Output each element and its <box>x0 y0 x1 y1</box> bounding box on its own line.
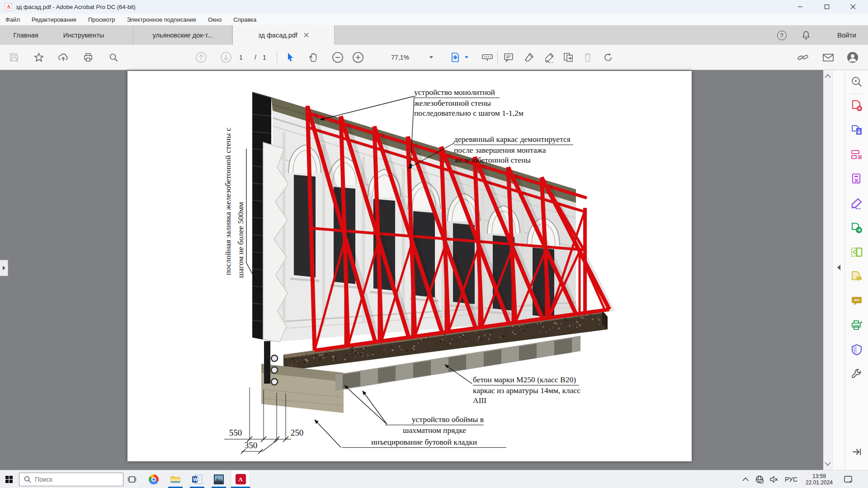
protect-button[interactable] <box>850 343 863 356</box>
tray-expand-button[interactable] <box>739 470 752 488</box>
menu-help[interactable]: Справка <box>233 16 256 23</box>
language-indicator[interactable]: РУС <box>781 470 801 488</box>
file-explorer-icon <box>170 475 180 483</box>
stamp-comment-button[interactable] <box>850 295 863 307</box>
task-view-button[interactable] <box>123 470 141 488</box>
minimize-button[interactable] <box>790 0 811 14</box>
next-page-button[interactable] <box>220 52 232 63</box>
tools-search-button[interactable] <box>850 75 863 88</box>
get-link-button[interactable] <box>797 52 809 63</box>
fit-page-dropdown[interactable] <box>464 56 469 59</box>
tab-doc-ulyanovsk[interactable]: ульяновские док-т... <box>133 25 232 45</box>
zoom-level-dropdown[interactable] <box>429 56 434 59</box>
find-button[interactable] <box>108 52 119 63</box>
acrobat-taskbar-button[interactable]: A <box>231 470 250 488</box>
page-total: 1 <box>263 54 266 61</box>
expand-tools-button[interactable] <box>850 446 863 458</box>
fit-page-button[interactable] <box>450 52 461 63</box>
favorites-button[interactable] <box>33 52 44 63</box>
chrome-taskbar-button[interactable] <box>145 470 163 488</box>
menu-window[interactable]: Окно <box>208 16 222 23</box>
tab-tools[interactable]: Инструменты <box>54 25 113 45</box>
collapse-tools-icon[interactable] <box>836 264 841 271</box>
print-production-icon <box>850 319 863 331</box>
tab-doc-facade[interactable]: зд фасад.pdf <box>232 25 335 45</box>
menu-esign[interactable]: Электронное подписание <box>127 16 196 23</box>
printer-icon <box>83 52 94 63</box>
send-mail-button[interactable] <box>822 52 834 62</box>
fill-sign-tool-button[interactable] <box>544 52 555 63</box>
notification-panel-icon <box>844 476 852 483</box>
windows-taskbar: W A РУС 13:59 22.01.2024 <box>0 470 868 488</box>
comment-tool-button[interactable] <box>503 52 514 63</box>
search-input[interactable] <box>35 476 112 483</box>
crop-pages-button[interactable] <box>850 246 863 258</box>
star-icon <box>33 52 44 63</box>
signature-pen-icon <box>544 52 555 63</box>
menu-view[interactable]: Просмотр <box>88 16 115 23</box>
highlight-tool-button[interactable] <box>524 52 534 63</box>
chevron-up-icon <box>742 477 749 481</box>
print-production-button[interactable] <box>850 319 863 332</box>
select-cursor-icon <box>285 52 295 63</box>
select-tool-button[interactable] <box>285 52 295 63</box>
tools-pane-strip <box>832 70 844 470</box>
svg-text:W: W <box>193 477 198 482</box>
document-workspace: устройство монолитной железобетонной сте… <box>0 70 868 470</box>
comments-file-button[interactable] <box>850 270 863 283</box>
page-down-icon <box>220 52 232 63</box>
notifications-button[interactable] <box>800 29 812 41</box>
photos-taskbar-button[interactable] <box>210 470 228 488</box>
hand-tool-button[interactable] <box>308 52 319 63</box>
close-button[interactable] <box>843 0 863 14</box>
export-pdf-button[interactable] <box>850 124 863 136</box>
tab-close-icon[interactable] <box>304 33 309 38</box>
print-button[interactable] <box>83 52 94 63</box>
create-pdf-button[interactable] <box>850 99 863 112</box>
network-tray-button[interactable] <box>752 470 767 488</box>
fit-page-icon <box>450 52 461 63</box>
sign-in-button[interactable]: Войти <box>831 25 863 45</box>
page-number-input[interactable]: 1 <box>239 54 243 61</box>
display-settings-button[interactable] <box>481 52 494 63</box>
page-separator: / <box>255 54 256 61</box>
send-review-button[interactable] <box>850 221 863 234</box>
clock[interactable]: 13:59 22.01.2024 <box>803 470 835 488</box>
zoom-out-button[interactable] <box>332 52 344 63</box>
scroll-up-icon[interactable] <box>823 72 832 81</box>
delete-pages-button[interactable] <box>850 173 863 185</box>
zoom-in-button[interactable] <box>352 52 364 63</box>
start-button[interactable] <box>0 470 18 488</box>
volume-tray-button[interactable] <box>767 470 781 488</box>
action-center-button[interactable] <box>839 470 857 488</box>
maximize-button[interactable] <box>816 0 837 14</box>
scroll-down-icon[interactable] <box>823 459 832 468</box>
zoom-out-icon <box>332 52 344 63</box>
delete-button[interactable] <box>583 52 593 63</box>
taskbar-search-box[interactable] <box>19 473 123 486</box>
export-pages-button[interactable] <box>563 52 575 63</box>
more-tools-button[interactable] <box>850 368 863 380</box>
help-icon: ? <box>777 31 787 40</box>
organize-pages-button[interactable] <box>850 148 863 161</box>
speaker-muted-icon <box>770 476 778 483</box>
highlighter-icon <box>524 52 534 63</box>
menu-edit[interactable]: Редактирование <box>32 16 76 23</box>
search-icon <box>108 52 119 63</box>
tab-home[interactable]: Главная <box>5 25 46 45</box>
word-taskbar-button[interactable]: W <box>188 470 206 488</box>
share-button[interactable] <box>57 52 69 63</box>
fill-sign-button[interactable] <box>850 197 863 210</box>
save-button[interactable] <box>9 52 19 63</box>
account-button[interactable] <box>847 52 859 63</box>
refresh-button[interactable] <box>603 52 613 63</box>
vertical-scrollbar[interactable] <box>823 70 832 470</box>
help-button[interactable]: ? <box>776 29 788 41</box>
menu-file[interactable]: Файл <box>5 16 20 23</box>
pdf-page[interactable]: устройство монолитной железобетонной сте… <box>127 71 692 461</box>
maximize-icon <box>824 4 830 9</box>
previous-page-button[interactable] <box>195 52 207 63</box>
explorer-taskbar-button[interactable] <box>166 470 184 488</box>
open-navigation-pane-button[interactable] <box>0 260 8 276</box>
zoom-level-value[interactable]: 77,1% <box>391 54 409 61</box>
